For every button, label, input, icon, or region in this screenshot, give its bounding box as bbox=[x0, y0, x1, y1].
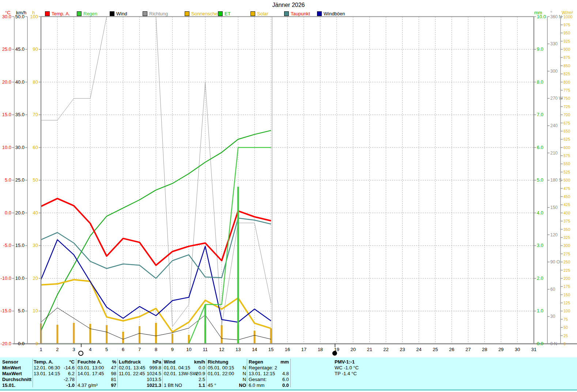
cell-value: 98 bbox=[111, 371, 116, 377]
day-label: 6 bbox=[122, 347, 124, 352]
axis-tick-label: 200 bbox=[563, 276, 570, 281]
axis-tick-label: -15.0 bbox=[0, 308, 11, 313]
cell-value: 1024.5 bbox=[147, 371, 161, 377]
axis-tick-label: 5.0 bbox=[537, 177, 543, 183]
axis-tick-label: 15.0 bbox=[2, 112, 11, 117]
axis-tick-label: 90 bbox=[33, 46, 38, 52]
axis-tick-label: 90 O bbox=[550, 259, 560, 264]
day-label: 29 bbox=[498, 347, 504, 352]
axis-tick-label: 225 bbox=[563, 268, 570, 273]
column-header: Windkm/h bbox=[164, 359, 205, 365]
axis-tick-label: 275 bbox=[563, 252, 570, 256]
axis-tick-label: 425 bbox=[563, 202, 570, 207]
axis-tick-label: 5.0 bbox=[18, 308, 24, 313]
axis-tick-label: 60 bbox=[33, 145, 38, 150]
cell-value: NO bbox=[239, 383, 246, 388]
day-label: 14 bbox=[252, 347, 257, 352]
cell-value: 0.0 bbox=[199, 365, 205, 371]
day-label: 25 bbox=[433, 347, 438, 352]
axis-tick-label: 0 bbox=[563, 342, 566, 346]
axis-tick-label: 40.0 bbox=[15, 79, 24, 85]
axis-tick-label: 30.0 bbox=[2, 14, 11, 19]
day-label: 1 bbox=[39, 347, 42, 352]
axis-tick-label: 3.0 bbox=[537, 243, 543, 248]
day-label: 21 bbox=[367, 347, 372, 352]
axis-tick-label: 80 bbox=[33, 79, 38, 85]
table-cell: 03.01. 13:0047 bbox=[78, 365, 116, 371]
axis-tick-label: 30.0 bbox=[15, 145, 24, 150]
axis-tick-label: 0.0 bbox=[537, 341, 543, 346]
axis-tick-label: 60 bbox=[550, 287, 555, 292]
table-cell: 02.01. 13W-SW20.9 bbox=[164, 371, 205, 377]
axis-tick-label: 150 bbox=[563, 293, 570, 297]
table-cell: 4.37 g/m³97 bbox=[78, 383, 116, 388]
cell-when: 13.01. 14:15 bbox=[34, 371, 60, 377]
axis-tick-label: 875 bbox=[563, 55, 570, 60]
cell-value: 2.5 bbox=[199, 377, 205, 383]
axis-tick-label: 4.0 bbox=[537, 210, 543, 216]
column-title: Feuchte A. bbox=[78, 359, 102, 365]
day-label: 15 bbox=[268, 347, 274, 352]
column-title: Wind bbox=[164, 359, 176, 365]
cell-value: 1013.5 bbox=[147, 377, 161, 383]
table-cell: 14.01. 17:4598 bbox=[78, 371, 116, 377]
day-label: 27 bbox=[465, 347, 471, 352]
axis-tick-label: 8.0 bbox=[537, 79, 543, 85]
axis-tick-label: 350 bbox=[563, 227, 570, 232]
cell-when: 6.0 mm bbox=[249, 383, 264, 388]
cell-when: 13.01. 12:15 bbox=[249, 371, 275, 377]
cell-value: 6.0 bbox=[282, 377, 289, 383]
row-label: MinWert bbox=[2, 365, 33, 371]
axis-tick-label: 475 bbox=[563, 186, 570, 191]
axis-tick-label: 30 bbox=[550, 314, 555, 319]
day-label: 13 bbox=[235, 347, 241, 352]
table-cell: N bbox=[208, 377, 246, 383]
table-cell: 2.5 bbox=[164, 377, 205, 383]
axis-tick-label: 650 bbox=[563, 129, 570, 133]
cell-when: 02.01. 13:45 bbox=[119, 365, 145, 371]
cell-when: 1 Bft NO bbox=[164, 383, 182, 388]
axis-tick-label: 50 bbox=[563, 325, 568, 330]
column-unit: °C bbox=[69, 359, 75, 365]
column-header: LuftdruckhPa bbox=[119, 359, 161, 365]
axis-tick-label: 75 bbox=[563, 317, 568, 321]
axis-tick-label: 20 bbox=[33, 275, 38, 281]
table-cell: 13.01. 12:154.8 bbox=[249, 371, 289, 377]
table-cell: Gesamt:6.0 bbox=[249, 377, 289, 383]
table-cell: 1021.3 bbox=[119, 383, 161, 388]
table-cell: 1013.5 bbox=[119, 377, 161, 383]
column-header: Richtung bbox=[208, 359, 246, 365]
cell-value: 81 bbox=[111, 377, 116, 383]
axis-tick-label: 25.0 bbox=[15, 177, 24, 183]
axis-tick-label: 375 bbox=[563, 219, 570, 223]
axis-tick-label: 125 bbox=[563, 301, 570, 305]
day-label: 11 bbox=[203, 347, 208, 352]
day-label: 30 bbox=[515, 347, 520, 352]
axis-tick-label: 825 bbox=[563, 72, 570, 76]
table-cell: 01.01. 04:150.0 bbox=[164, 365, 205, 371]
axis-tick-label: 2.0 bbox=[537, 275, 543, 281]
cell-when: 12.01. 06:30 bbox=[34, 365, 60, 371]
column-header: Regenmm bbox=[249, 359, 289, 365]
axis-tick-label: 10.0 bbox=[15, 275, 24, 281]
chart-plot-area[interactable]: 30.025.020.015.010.05.00.0-5.0-10.0-15.0… bbox=[0, 0, 577, 357]
axis-tick-label: 150 bbox=[550, 205, 558, 210]
pmv-title: PMV-1:-1 bbox=[335, 359, 359, 365]
axis-tick-label: 70 bbox=[33, 112, 38, 117]
axis-tick-label: 250 bbox=[563, 260, 570, 264]
axis-tick-label: 300 bbox=[563, 243, 570, 248]
table-separator bbox=[76, 359, 76, 387]
axis-tick-label: 30 bbox=[33, 243, 38, 248]
axis-tick-label: 625 bbox=[563, 137, 570, 141]
cell-value: 6.2 bbox=[68, 371, 75, 377]
axis-tick-label: 6.0 bbox=[537, 145, 543, 150]
axis-tick-label: 925 bbox=[563, 39, 570, 43]
axis-tick-label: 175 bbox=[563, 284, 570, 289]
day-label: 10 bbox=[186, 347, 191, 352]
axis-tick-label: 0 N bbox=[550, 341, 557, 346]
day-label: 7 bbox=[138, 347, 141, 352]
cell-when: 11.01. 22:45 bbox=[119, 371, 145, 377]
row-label: Durchschnitt bbox=[2, 377, 33, 383]
table-separator bbox=[162, 359, 163, 387]
axis-tick-label: 750 bbox=[563, 96, 570, 100]
